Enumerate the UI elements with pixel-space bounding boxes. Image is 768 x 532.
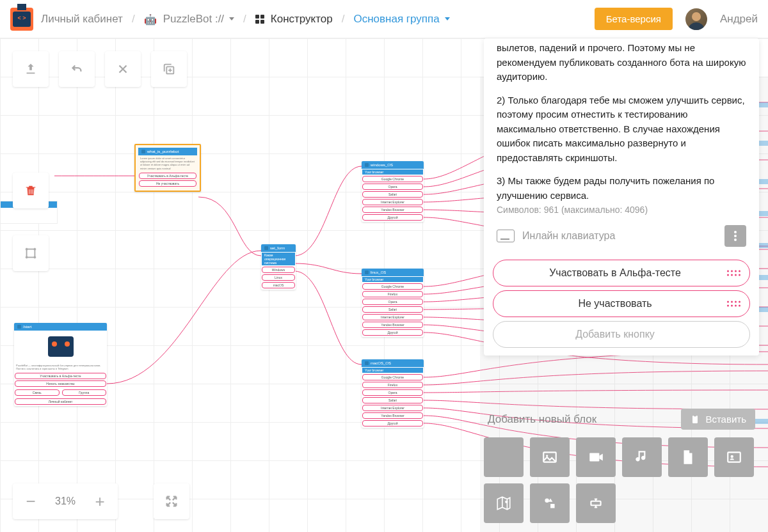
zoom-out-button[interactable]: − — [13, 483, 49, 519]
svg-point-10 — [731, 455, 733, 458]
node-button[interactable]: Участвовать в Альфа-тесте — [15, 373, 106, 379]
node-title: macOS_OS — [371, 361, 391, 365]
add-block-panel: Добавить новый блок Вставить — [484, 409, 759, 523]
node-button[interactable]: Linux — [262, 274, 295, 281]
add-button-label: Добавить кнопку — [575, 329, 655, 340]
block-file-icon[interactable] — [668, 437, 708, 477]
close-button[interactable] — [105, 51, 141, 87]
node-button[interactable]: Yandex Browser — [362, 412, 423, 419]
node-button[interactable]: Safari — [362, 191, 423, 198]
node-button[interactable]: Opera — [362, 184, 423, 190]
node-linux-os[interactable]: linux_OS Your browser Google Chrome Fire… — [362, 269, 424, 337]
zoom-in-button[interactable]: + — [82, 483, 118, 519]
breadcrumb-constructor-label: Конструктор — [271, 13, 333, 26]
node-button[interactable]: Safari — [362, 306, 423, 313]
node-button[interactable]: Не участвовать — [139, 180, 196, 187]
block-video-icon[interactable] — [576, 437, 616, 477]
inline-button-alpha[interactable]: Участвовать в Альфа-тесте — [493, 260, 750, 286]
node-button[interactable]: Участвовать в Альфа-тесте — [139, 173, 196, 179]
node-button[interactable]: Начать знакомство — [15, 380, 106, 387]
delete-button[interactable] — [13, 173, 49, 208]
svg-rect-5 — [694, 414, 696, 416]
paste-button[interactable]: Вставить — [681, 409, 755, 430]
node-button[interactable]: Internet Explorer — [362, 199, 423, 205]
undo-button[interactable] — [59, 51, 95, 87]
node-button[interactable]: Группа — [62, 389, 107, 396]
node-button[interactable]: Другой — [362, 214, 423, 221]
node-title: linux_OS — [371, 270, 386, 274]
paste-label: Вставить — [705, 414, 746, 425]
node-button[interactable]: Safari — [362, 397, 423, 403]
node-button[interactable]: Google Chrome — [362, 283, 423, 290]
inline-button-decline[interactable]: Не участвовать — [493, 290, 750, 317]
breadcrumb: Личный кабинет / PuzzleBot :// / Констру… — [41, 13, 450, 26]
node-button[interactable]: Личный кабинет — [15, 398, 106, 405]
toolbar-side — [13, 198, 49, 271]
breadcrumb-constructor[interactable]: Конструктор — [255, 13, 333, 26]
grid-icon — [255, 15, 266, 24]
node-button[interactable]: Yandex Browser — [362, 207, 423, 213]
fit-screen-button[interactable] — [154, 483, 189, 519]
keyboard-icon — [497, 230, 515, 242]
upload-button[interactable] — [13, 51, 49, 87]
chevron-down-icon — [445, 17, 450, 20]
svg-point-0 — [692, 12, 701, 21]
avatar[interactable] — [685, 8, 707, 30]
block-type-grid — [484, 437, 759, 523]
node-button[interactable]: Internet Explorer — [362, 314, 423, 320]
svg-rect-8 — [589, 453, 599, 462]
app-logo — [10, 8, 33, 31]
block-text-icon[interactable] — [484, 437, 524, 477]
keyboard-menu-button[interactable] — [724, 225, 746, 247]
breadcrumb-group-label: Основная группа — [353, 13, 439, 26]
svg-rect-3 — [27, 249, 35, 258]
breadcrumb-bot[interactable]: PuzzleBot :// — [144, 13, 234, 26]
block-form-icon[interactable] — [576, 483, 616, 523]
drag-handle-icon[interactable] — [727, 301, 740, 307]
block-audio-icon[interactable] — [622, 437, 662, 477]
node-image — [14, 331, 107, 363]
keyboard-label: Инлайн клавиатура — [522, 230, 717, 242]
editor-panel: вылетов, падений и прочего. Поэтому мы н… — [484, 38, 759, 356]
node-macos-os[interactable]: macOS_OS Your browser Google Chrome Fire… — [362, 359, 424, 428]
node-button[interactable]: Internet Explorer — [362, 405, 423, 411]
svg-rect-4 — [692, 416, 698, 423]
node-start[interactable]: /start PuzzleBot — многофункциональный б… — [14, 323, 107, 406]
node-subheader: Your browser — [362, 277, 423, 282]
node-button[interactable]: Google Chrome — [362, 374, 423, 380]
add-block-title: Добавить новый блок — [488, 413, 596, 426]
node-what-is-puzzlebot[interactable]: what_is_puzzlebot Lorem ipsum dolor sit … — [134, 144, 201, 192]
editor-paragraph: вылетов, падений и прочего. Поэтому мы н… — [497, 41, 746, 84]
breadcrumb-home[interactable]: Личный кабинет — [41, 13, 123, 26]
svg-point-11 — [505, 501, 508, 503]
node-text: PuzzleBot — многофункциональный бот-серв… — [14, 363, 107, 372]
frame-button[interactable] — [13, 235, 49, 271]
breadcrumb-group[interactable]: Основная группа — [353, 13, 449, 26]
node-button[interactable]: macOS — [262, 282, 295, 288]
node-button[interactable]: Firefox — [362, 382, 423, 388]
inline-button-label: Не участвовать — [578, 298, 652, 309]
editor-textarea[interactable]: вылетов, падений и прочего. Поэтому мы н… — [484, 38, 759, 205]
node-button[interactable]: Другой — [362, 420, 423, 426]
node-button[interactable]: Firefox — [362, 291, 423, 297]
block-image-icon[interactable] — [530, 437, 570, 477]
node-set-form[interactable]: set_form Какая операционная система Wind… — [261, 244, 296, 290]
node-button[interactable]: Google Chrome — [362, 176, 423, 182]
node-button[interactable]: Opera — [362, 389, 423, 396]
node-button[interactable]: Связь — [15, 389, 60, 396]
node-button[interactable]: Opera — [362, 299, 423, 305]
node-button[interactable]: Другой — [362, 329, 423, 336]
block-shapes-icon[interactable] — [530, 483, 570, 523]
add-button[interactable]: Добавить кнопку — [493, 321, 750, 348]
beta-button[interactable]: Бета-версия — [595, 8, 673, 30]
keyboard-row: Инлайн клавиатура — [484, 220, 759, 256]
bot-icon — [144, 13, 158, 25]
svg-point-1 — [689, 22, 704, 30]
block-location-icon[interactable] — [484, 483, 524, 523]
node-button[interactable]: Windows — [262, 267, 295, 273]
node-windows-os[interactable]: windows_OS Your browser Google Chrome Op… — [362, 161, 424, 222]
duplicate-button[interactable] — [151, 51, 187, 87]
block-contact-icon[interactable] — [714, 437, 754, 477]
node-button[interactable]: Yandex Browser — [362, 322, 423, 328]
drag-handle-icon[interactable] — [727, 270, 740, 276]
